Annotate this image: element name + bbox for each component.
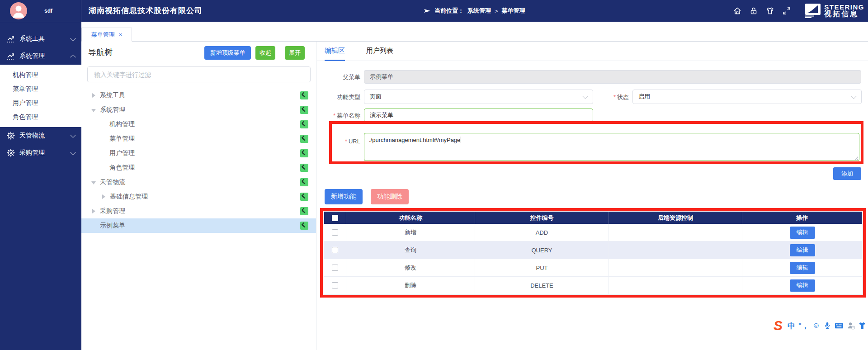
username-label: sdf xyxy=(44,8,52,14)
caret-collapsed-icon[interactable] xyxy=(92,209,95,213)
tree-node-basic-info-management[interactable]: 基础信息管理 xyxy=(81,189,316,204)
edit-button[interactable]: 编辑 xyxy=(790,227,815,239)
tree-node-system-tools[interactable]: 系统工具 xyxy=(81,88,316,103)
row-checkbox[interactable] xyxy=(332,282,338,289)
green-check-icon[interactable] xyxy=(300,222,308,230)
caret-collapsed-icon[interactable] xyxy=(102,194,105,199)
delete-function-button[interactable]: 功能删除 xyxy=(371,189,409,204)
nav-tree-panel: 导航树 新增顶级菜单 收起 展开 系统工具 系统管理 机构管理 菜单管理 xyxy=(81,42,316,350)
emoji-icon[interactable]: ☺ xyxy=(812,321,820,330)
ime-toolbar: S 中 °， ☺ xyxy=(774,317,868,334)
tree-node-system-management[interactable]: 系统管理 xyxy=(81,103,316,117)
tree-node-purchase-management[interactable]: 采购管理 xyxy=(81,204,316,218)
status-select[interactable]: 启用 xyxy=(632,90,862,104)
green-check-icon[interactable] xyxy=(300,135,308,143)
menu-name-input[interactable] xyxy=(364,109,593,122)
function-type-select[interactable]: 页面 xyxy=(364,90,593,104)
home-icon[interactable] xyxy=(733,6,742,15)
skin-shirt-icon[interactable] xyxy=(858,322,866,330)
gear-icon xyxy=(6,148,15,157)
row-checkbox[interactable] xyxy=(332,229,338,236)
cell-control-code: QUERY xyxy=(475,241,609,259)
tree-node-example-menu[interactable]: 示例菜单 xyxy=(81,218,316,233)
sidebar-subitem-user[interactable]: 用户管理 xyxy=(0,96,81,110)
fullscreen-icon[interactable] xyxy=(782,6,791,15)
tree-node-org-management[interactable]: 机构管理 xyxy=(81,117,316,132)
edit-button[interactable]: 编辑 xyxy=(790,279,815,292)
lock-icon[interactable] xyxy=(749,6,758,15)
microphone-icon[interactable] xyxy=(823,322,831,330)
punctuation-icon[interactable]: °， xyxy=(798,321,809,331)
tree-node-label: 系统工具 xyxy=(100,91,125,99)
breadcrumb-item-menu[interactable]: 菜单管理 xyxy=(502,7,525,15)
green-check-icon[interactable] xyxy=(300,164,308,172)
avatar[interactable] xyxy=(10,2,27,19)
chevron-down-icon xyxy=(70,132,76,138)
breadcrumb-separator: > xyxy=(495,8,498,14)
cell-backend-resource xyxy=(609,241,742,259)
cell-backend-resource xyxy=(609,277,742,294)
chevron-down-icon xyxy=(851,93,857,99)
green-check-icon[interactable] xyxy=(300,193,308,201)
tree-node-user-management[interactable]: 用户管理 xyxy=(81,146,316,161)
sidebar-item-label: 系统工具 xyxy=(19,35,45,43)
add-function-button[interactable]: 新增功能 xyxy=(325,189,363,204)
green-check-icon[interactable] xyxy=(300,207,308,215)
tab-user-list[interactable]: 用户列表 xyxy=(366,42,393,61)
sogou-logo-icon[interactable]: S xyxy=(774,319,783,332)
edit-button[interactable]: 编辑 xyxy=(790,262,815,274)
green-check-icon[interactable] xyxy=(300,91,308,99)
green-check-icon[interactable] xyxy=(300,178,308,186)
green-check-icon[interactable] xyxy=(300,106,308,114)
tree-node-tianguan-logistics[interactable]: 天管物流 xyxy=(81,175,316,189)
tree-node-label: 基础信息管理 xyxy=(110,193,148,201)
sidebar-item-tianguan-logistics[interactable]: 天管物流 xyxy=(0,127,81,144)
sidebar-item-system-management[interactable]: 系统管理 xyxy=(0,47,81,65)
caret-collapsed-icon[interactable] xyxy=(92,93,95,98)
profile-icon[interactable] xyxy=(847,322,855,330)
sidebar-subitem-org[interactable]: 机构管理 xyxy=(0,68,81,82)
tree-node-menu-management[interactable]: 菜单管理 xyxy=(81,132,316,146)
sidebar-item-purchase-management[interactable]: 采购管理 xyxy=(0,144,81,161)
keyboard-icon[interactable] xyxy=(835,322,844,330)
person-icon xyxy=(10,2,27,19)
add-top-menu-button[interactable]: 新增顶级菜单 xyxy=(204,46,251,60)
cell-function-name: 新增 xyxy=(346,224,475,241)
cell-function-name: 修改 xyxy=(346,259,475,276)
tree-node-label: 用户管理 xyxy=(109,149,135,157)
caret-expanded-icon[interactable] xyxy=(91,109,96,112)
required-mark: * xyxy=(345,138,347,145)
url-textarea[interactable]: ./purchmanagement.html#/myPage xyxy=(364,133,859,161)
collapse-all-button[interactable]: 收起 xyxy=(255,46,275,60)
sidebar-subitem-role[interactable]: 角色管理 xyxy=(0,110,81,124)
gear-icon xyxy=(6,131,15,140)
sidebar-item-system-tools[interactable]: 系统工具 xyxy=(0,30,81,47)
tree-filter-input[interactable] xyxy=(87,66,311,82)
green-check-icon[interactable] xyxy=(300,149,308,157)
function-table: 功能名称 控件编号 后端资源控制 操作 新增 ADD 编辑 查询 QUERY 编… xyxy=(324,212,863,295)
top-header: 湖南视拓信息技术股份有限公司 当前位置： 系统管理 > 菜单管理 xyxy=(81,0,868,22)
chart-icon xyxy=(6,52,15,61)
tree-node-role-management[interactable]: 角色管理 xyxy=(81,161,316,175)
expand-all-button[interactable]: 展开 xyxy=(285,46,305,60)
tab-close-icon[interactable]: × xyxy=(119,31,123,38)
function-type-value: 页面 xyxy=(370,93,382,101)
select-all-checkbox[interactable] xyxy=(332,215,338,221)
row-checkbox[interactable] xyxy=(332,247,338,253)
row-checkbox[interactable] xyxy=(332,265,338,271)
add-button[interactable]: 添加 xyxy=(833,167,861,180)
chinese-mode-icon[interactable]: 中 xyxy=(788,321,795,331)
col-header-control-code: 控件编号 xyxy=(475,212,609,224)
user-block[interactable]: sdf xyxy=(0,0,81,22)
sidebar-subitem-menu[interactable]: 菜单管理 xyxy=(0,82,81,96)
green-check-icon[interactable] xyxy=(300,120,308,128)
caret-expanded-icon[interactable] xyxy=(91,181,96,184)
tree-node-label: 天管物流 xyxy=(100,178,125,186)
edit-button[interactable]: 编辑 xyxy=(790,244,815,256)
tab-menu-management[interactable]: 菜单管理 × xyxy=(81,28,132,42)
nav-tree: 系统工具 系统管理 机构管理 菜单管理 用户管理 角色管理 xyxy=(81,88,316,233)
breadcrumb-item-system[interactable]: 系统管理 xyxy=(467,7,491,15)
tab-edit-area[interactable]: 编辑区 xyxy=(325,42,345,61)
theme-shirt-icon[interactable] xyxy=(765,6,775,15)
table-row: 修改 PUT 编辑 xyxy=(324,259,862,277)
